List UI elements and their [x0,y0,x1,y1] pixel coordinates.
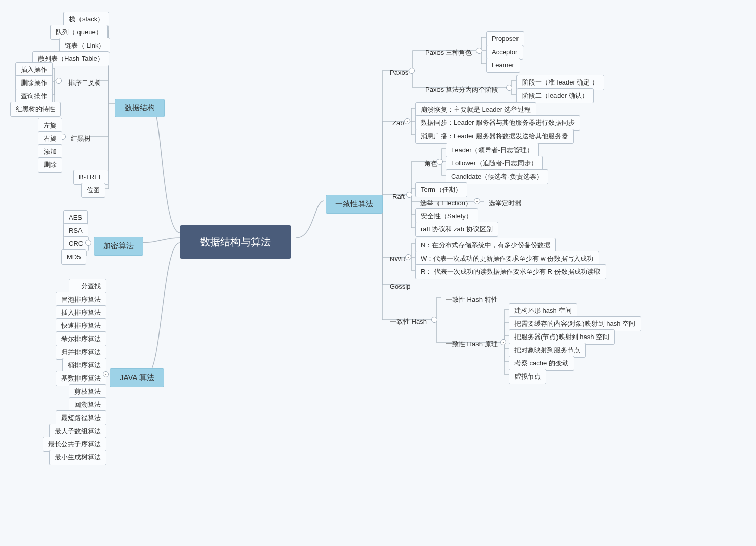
node-rbtree[interactable]: 红黑树 [66,132,96,146]
node-rb-feature[interactable]: 红黑树的特性 [10,102,61,117]
node-raft-term[interactable]: Term（任期） [415,182,467,197]
node-paxos-roles[interactable]: Paxos 三种角色 [420,46,477,60]
node-mst[interactable]: 最小生成树算法 [49,450,106,465]
node-gossip[interactable]: Gossip [385,280,415,294]
node-bst[interactable]: 排序二叉树 [63,76,106,90]
branch-java[interactable]: JAVA 算法 [110,368,164,387]
node-chash-principle[interactable]: 一致性 Hash 原理 [441,337,503,351]
node-election-timer[interactable]: 选举定时器 [484,196,527,211]
toggle-paxos-roles[interactable]: - [476,48,482,54]
toggle-raft-election[interactable]: - [474,198,480,204]
toggle-zab[interactable]: - [404,118,410,124]
toggle-paxos[interactable]: - [409,68,415,74]
node-vnode[interactable]: 虚拟节点 [509,369,546,384]
node-chash[interactable]: 一致性 Hash [385,315,432,329]
node-rb-del[interactable]: 删除 [38,157,62,173]
toggle-crypto[interactable]: - [85,240,91,246]
toggle-nwr[interactable]: - [405,254,411,260]
node-bitmap[interactable]: 位图 [81,183,105,198]
toggle-chash-principle[interactable]: - [500,339,506,345]
toggle-raft[interactable]: - [406,192,412,198]
toggle-paxos-phases[interactable]: - [506,85,512,91]
toggle-raft-role[interactable]: - [436,159,443,165]
node-chash-feature[interactable]: 一致性 Hash 特性 [441,292,503,307]
branch-ds[interactable]: 数据结构 [115,99,165,117]
branch-crypto[interactable]: 加密算法 [94,237,143,256]
node-paxos-phases[interactable]: Paxos 算法分为两个阶段 [420,82,503,97]
branch-consensus[interactable]: 一致性算法 [326,195,383,214]
toggle-java[interactable]: - [103,371,109,377]
node-phase2[interactable]: 阶段二（leader 确认） [516,88,594,103]
node-nwr-r[interactable]: R： 代表一次成功的读数据操作要求至少有 R 份数据成功读取 [415,264,606,279]
toggle-chash[interactable]: - [431,317,437,323]
node-raft[interactable]: Raft [387,190,410,204]
root-node[interactable]: 数据结构与算法 [180,225,291,259]
toggle-bst[interactable]: - [56,78,62,84]
node-zab-broadcast[interactable]: 消息广播：Leader 服务器将数据发送给其他服务器 [415,129,574,144]
node-md5[interactable]: MD5 [61,249,86,265]
node-learner[interactable]: Learner [486,58,520,73]
node-raft-diff[interactable]: raft 协议和 zab 协议区别 [415,222,498,237]
connector-lines [0,0,756,546]
